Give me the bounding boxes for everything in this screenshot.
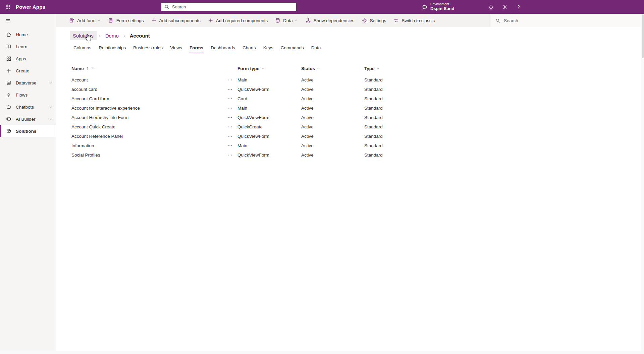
app-launcher-button[interactable] [0, 0, 16, 14]
row-more-button[interactable] [227, 86, 233, 93]
row-name[interactable]: Account Card form [71, 96, 109, 101]
global-search-input[interactable] [172, 4, 293, 9]
row-more-button[interactable] [227, 124, 233, 130]
sidebar-item-learn[interactable]: Learn [0, 41, 56, 53]
main-content: Solutions Demo Account Columns Relations… [56, 27, 644, 354]
horizontal-scrollbar[interactable] [0, 351, 641, 354]
row-name[interactable]: Account Quick Create [71, 124, 115, 129]
tab-business-rules[interactable]: Business rules [129, 42, 166, 53]
breadcrumb-demo[interactable]: Demo [102, 31, 122, 40]
app-title[interactable]: Power Apps [16, 4, 45, 10]
vertical-scrollbar-thumb[interactable] [642, 14, 644, 58]
table-row: Account Main Active Standard [70, 75, 644, 84]
settings-button[interactable] [498, 0, 512, 14]
vertical-scrollbar[interactable] [641, 14, 644, 351]
row-type: Standard [364, 143, 438, 148]
nav-collapse-button[interactable] [0, 14, 16, 28]
environment-icon [422, 4, 427, 10]
row-name[interactable]: Account Hierarchy Tile Form [71, 115, 128, 120]
add-required-components-button[interactable]: Add required components [204, 14, 272, 27]
row-type: Standard [364, 77, 438, 82]
row-form-type: Main [237, 106, 301, 111]
dependencies-icon [306, 18, 311, 23]
row-name[interactable]: Information [71, 143, 94, 148]
addform-icon [69, 18, 74, 23]
sidebar-nav: Home Learn Apps Create Dataverse Flows C… [0, 28, 56, 137]
sidebar-item-dataverse[interactable]: Dataverse [0, 77, 56, 89]
column-header-form-type[interactable]: Form type [237, 66, 301, 71]
row-more-button[interactable] [227, 142, 233, 149]
breadcrumb-solutions[interactable]: Solutions [70, 31, 97, 40]
sidebar-item-create[interactable]: Create [0, 65, 56, 77]
row-name[interactable]: account card [71, 87, 97, 92]
tab-keys[interactable]: Keys [260, 42, 277, 53]
chevron-down-icon [49, 105, 53, 109]
more-icon [227, 106, 232, 111]
row-more-button[interactable] [227, 77, 233, 83]
tab-relationships[interactable]: Relationships [95, 42, 129, 53]
table-header: Name Form type Status Type [70, 63, 644, 73]
add-subcomponents-button[interactable]: Add subcomponents [148, 14, 204, 27]
hamburger-icon [5, 18, 11, 23]
show-dependencies-button[interactable]: Show dependencies [302, 14, 358, 27]
environment-picker[interactable]: Environment Dspin Sand [419, 0, 458, 14]
chevron-down-icon [294, 19, 298, 22]
row-form-type: QuickViewForm [237, 134, 301, 139]
column-header-name[interactable]: Name [70, 66, 227, 71]
sort-ascending-icon [86, 66, 90, 71]
data-button[interactable]: Data [271, 14, 302, 27]
row-name[interactable]: Social Profiles [71, 153, 100, 158]
global-search[interactable] [161, 3, 296, 11]
add-form-button[interactable]: Add form [65, 14, 105, 27]
help-button[interactable]: ? [512, 0, 525, 14]
row-name[interactable]: Account [71, 77, 88, 82]
row-type: Standard [364, 87, 438, 92]
more-icon [227, 96, 232, 101]
home-icon [6, 32, 11, 37]
row-more-button[interactable] [227, 152, 233, 158]
tab-charts[interactable]: Charts [239, 42, 260, 53]
command-search-input[interactable] [504, 18, 639, 23]
row-type: Standard [364, 106, 438, 111]
sidebar-item-flows[interactable]: Flows [0, 89, 56, 101]
row-type: Standard [364, 115, 438, 120]
switch-to-classic-button[interactable]: Switch to classic [390, 14, 438, 27]
settings-button[interactable]: Settings [358, 14, 390, 27]
row-status: Active [301, 96, 364, 101]
gear-icon [362, 18, 367, 23]
classic-icon [393, 18, 399, 23]
tab-data[interactable]: Data [308, 42, 325, 53]
row-more-button[interactable] [227, 114, 233, 121]
column-header-type[interactable]: Type [364, 66, 438, 71]
add-icon [208, 18, 213, 23]
sidebar-item-apps[interactable]: Apps [0, 53, 56, 65]
table-row: Account for Interactive experience Main … [70, 103, 644, 113]
tab-dashboards[interactable]: Dashboards [207, 42, 239, 53]
tab-columns[interactable]: Columns [70, 42, 95, 53]
column-header-status[interactable]: Status [301, 66, 364, 71]
notifications-button[interactable] [484, 0, 498, 14]
row-status: Active [301, 153, 364, 158]
row-form-type: QuickViewForm [237, 115, 301, 120]
sidebar-item-solutions[interactable]: Solutions [0, 125, 56, 137]
sidebar-item-chatbots[interactable]: Chatbots [0, 101, 56, 113]
sidebar-item-ai-builder[interactable]: AI Builder [0, 113, 56, 125]
tab-views[interactable]: Views [166, 42, 186, 53]
row-more-button[interactable] [227, 133, 233, 139]
row-more-button[interactable] [227, 96, 233, 102]
table-row: Account Hierarchy Tile Form QuickViewFor… [70, 113, 644, 122]
row-name[interactable]: Account for Interactive experience [71, 106, 140, 111]
entity-tabs: Columns Relationships Business rules Vie… [70, 42, 644, 53]
tab-forms[interactable]: Forms [186, 42, 207, 53]
command-bar-search[interactable] [490, 14, 644, 27]
form-settings-button[interactable]: Form settings [105, 14, 148, 27]
row-status: Active [301, 124, 364, 129]
tab-commands[interactable]: Commands [277, 42, 308, 53]
chevron-down-icon [49, 81, 53, 85]
learn-icon [6, 44, 11, 49]
row-name[interactable]: Account Reference Panel [71, 134, 123, 139]
more-icon [227, 143, 232, 148]
command-bar-items: Add form Form settings Add subcomponents… [56, 14, 490, 27]
row-more-button[interactable] [227, 105, 233, 111]
sidebar-item-home[interactable]: Home [0, 28, 56, 41]
